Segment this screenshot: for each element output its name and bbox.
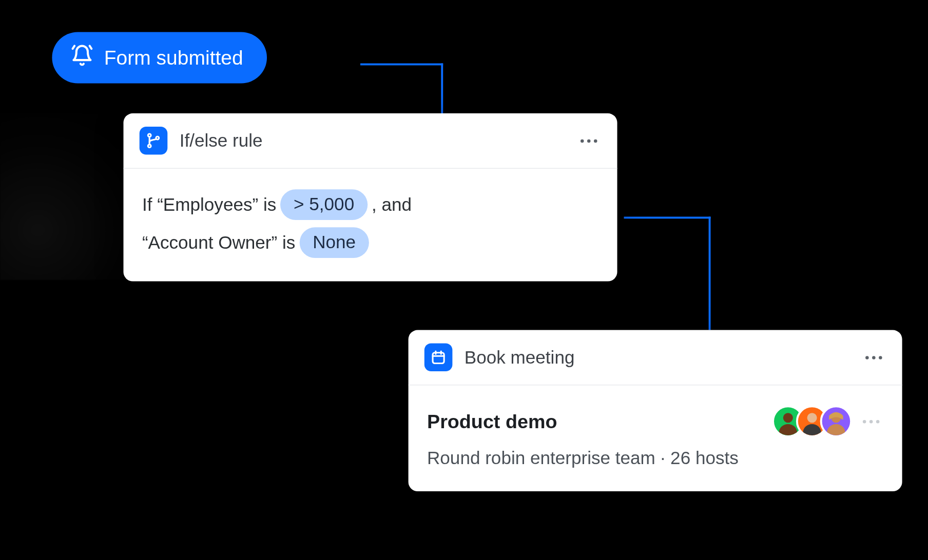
more-menu-button[interactable]	[861, 352, 886, 363]
trigger-pill-form-submitted[interactable]: Form submitted	[52, 32, 267, 83]
more-menu-button[interactable]	[576, 135, 601, 146]
condition-text: “Account Owner” is	[142, 224, 295, 262]
meeting-name: Product demo	[427, 410, 765, 432]
trigger-label: Form submitted	[104, 46, 243, 69]
meeting-subtitle: Round robin enterprise team · 26 hosts	[427, 448, 883, 469]
bell-icon	[71, 44, 93, 71]
svg-point-12	[827, 424, 845, 435]
meeting-title-row: Product demo	[427, 405, 883, 437]
svg-rect-3	[433, 353, 444, 364]
card-header: Book meeting	[409, 330, 902, 386]
workflow-canvas: Form submitted If/else rule If “Emplo	[0, 0, 928, 560]
connector-line	[360, 63, 443, 113]
calendar-icon	[424, 344, 453, 372]
card-title: Book meeting	[465, 347, 861, 368]
host-avatars[interactable]	[772, 405, 852, 437]
condition-value-chip[interactable]: None	[299, 227, 369, 258]
avatar-overflow-icon[interactable]	[859, 416, 883, 427]
avatar	[820, 405, 852, 437]
svg-point-10	[803, 424, 821, 435]
rule-body: If “Employees” is > 5,000 , and “Account…	[123, 169, 617, 282]
svg-point-7	[783, 413, 793, 423]
rule-condition-line-2: “Account Owner” is None	[142, 224, 598, 262]
decorative-gradient	[0, 113, 127, 280]
svg-point-8	[779, 424, 797, 435]
branch-icon	[140, 127, 168, 155]
card-header: If/else rule	[123, 113, 617, 169]
rule-condition-line-1: If “Employees” is > 5,000 , and	[142, 186, 598, 224]
rule-card[interactable]: If/else rule If “Employees” is > 5,000 ,…	[123, 113, 617, 282]
condition-value-chip[interactable]: > 5,000	[280, 190, 368, 221]
meeting-card[interactable]: Book meeting Product demo	[409, 330, 902, 492]
svg-point-9	[807, 413, 817, 423]
condition-text: If “Employees” is	[142, 186, 276, 224]
meeting-body: Product demo Round robin enterprise	[409, 385, 902, 491]
connector-line	[624, 216, 711, 330]
card-title: If/else rule	[180, 130, 577, 151]
condition-text: , and	[372, 186, 412, 224]
